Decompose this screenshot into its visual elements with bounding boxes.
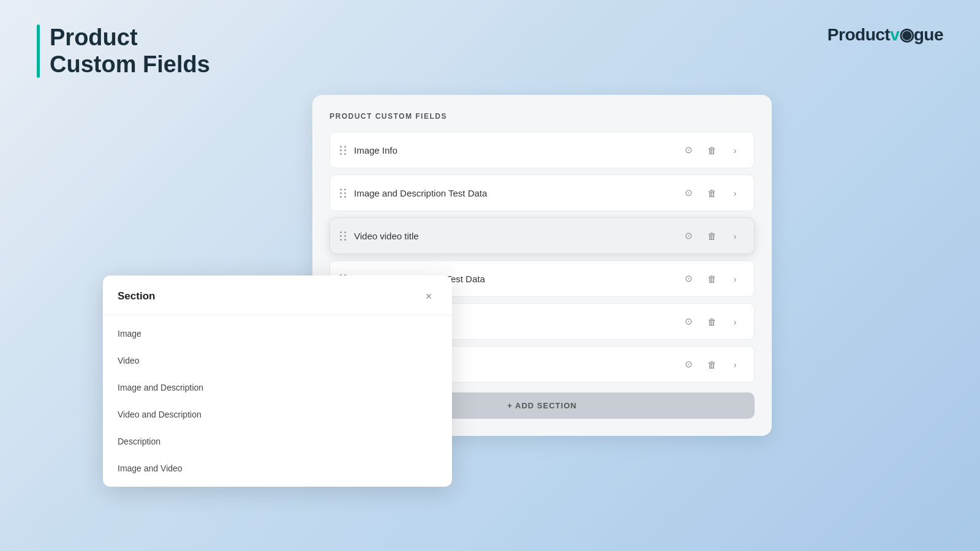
drag-handle[interactable] [340,189,347,198]
field-actions: ⊙ 🗑 › [679,312,744,331]
section-item-image-description[interactable]: Image and Description [103,374,452,401]
field-row-active[interactable]: Video video title ⊙ 🗑 › [330,217,755,254]
section-dropdown-title: Section [118,290,155,302]
delete-button[interactable]: 🗑 [703,227,721,245]
copy-button[interactable]: ⊙ [679,312,698,331]
section-list: Image Video Image and Description Video … [103,315,452,487]
expand-button[interactable]: › [726,141,744,159]
copy-button[interactable]: ⊙ [679,184,698,202]
brand-name-o: ◉ [899,24,914,45]
section-item-image[interactable]: Image [103,320,452,347]
field-label: Image Info [354,145,679,156]
expand-button[interactable]: › [726,184,744,202]
title-line1: Product [50,24,138,50]
expand-button[interactable]: › [726,312,744,331]
expand-button[interactable]: › [726,355,744,373]
brand-name-highlight: v [890,25,899,45]
copy-button[interactable]: ⊙ [679,141,698,159]
drag-handle[interactable] [340,231,347,241]
section-header: Section × [103,276,452,315]
close-section-button[interactable]: × [420,288,437,305]
page-title: Product Custom Fields [50,24,210,78]
drag-handle[interactable] [340,146,347,155]
page-title-container: Product Custom Fields [37,24,210,78]
section-dropdown: Section × Image Video Image and Descript… [103,276,452,487]
delete-button[interactable]: 🗑 [703,184,721,202]
header: Product Custom Fields Productv◉gue [0,0,980,90]
delete-button[interactable]: 🗑 [703,269,721,288]
expand-button[interactable]: › [726,227,744,245]
delete-button[interactable]: 🗑 [703,141,721,159]
delete-button[interactable]: 🗑 [703,355,721,373]
field-label: Video video title [354,231,679,241]
field-row[interactable]: Image and Description Test Data ⊙ 🗑 › [330,174,755,211]
section-item-video-description[interactable]: Video and Description [103,401,452,428]
field-actions: ⊙ 🗑 › [679,269,744,288]
copy-button[interactable]: ⊙ [679,355,698,373]
field-actions: ⊙ 🗑 › [679,141,744,159]
title-accent-bar [37,24,40,78]
delete-button[interactable]: 🗑 [703,312,721,331]
panel-title: PRODUCT CUSTOM FIELDS [330,112,755,121]
brand-logo: Productv◉gue [827,24,943,45]
section-item-description[interactable]: Description [103,428,452,455]
expand-button[interactable]: › [726,269,744,288]
brand-name-prefix: Product [827,25,890,45]
section-item-image-video[interactable]: Image and Video [103,455,452,482]
section-item-video[interactable]: Video [103,347,452,374]
copy-button[interactable]: ⊙ [679,269,698,288]
brand-name-suffix: gue [914,25,943,45]
field-label: Image and Description Test Data [354,188,679,198]
copy-button[interactable]: ⊙ [679,227,698,245]
title-line2: Custom Fields [50,51,210,77]
field-row[interactable]: Image Info ⊙ 🗑 › [330,132,755,168]
field-actions: ⊙ 🗑 › [679,227,744,245]
field-actions: ⊙ 🗑 › [679,184,744,202]
field-actions: ⊙ 🗑 › [679,355,744,373]
